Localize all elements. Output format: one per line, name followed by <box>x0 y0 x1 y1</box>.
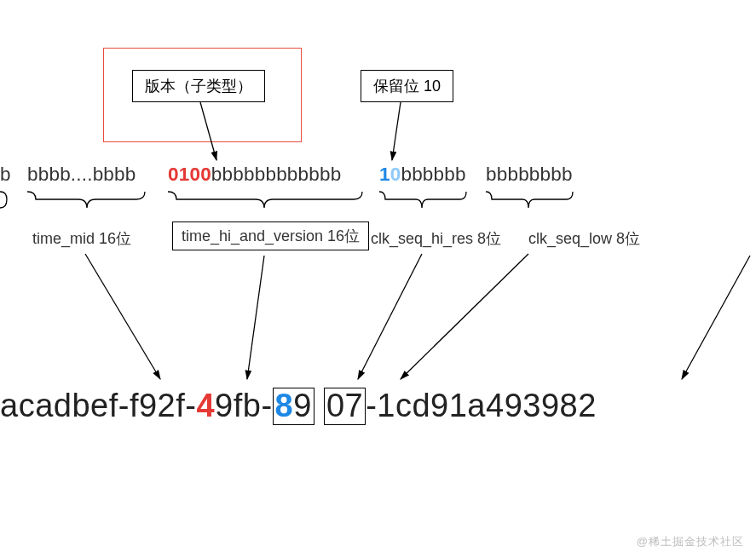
callout-version-label: 版本（子类型） <box>132 70 265 102</box>
uuid-clk-low-box: 07 <box>324 388 366 425</box>
field-clk-seq-hi-res: clk_seq_hi_res 8位 <box>371 228 501 249</box>
uuid-node: 1cd91a493982 <box>377 388 596 423</box>
bits-seg0: b <box>0 164 11 185</box>
watermark: @稀土掘金技术社区 <box>637 534 744 549</box>
field-time-hi-version: time_hi_and_version 16位 <box>172 221 369 250</box>
callout-reserved-label: 保留位 10 <box>361 70 453 102</box>
svg-line-4 <box>358 254 422 379</box>
uuid-output: acadbef-f92f-49fb-89 07-1cd91a493982 <box>0 388 597 425</box>
svg-line-1 <box>392 102 401 160</box>
uuid-8: 8 <box>275 388 294 423</box>
uuid-p0: acadbef-f92f- <box>0 388 196 423</box>
bits-hiver-prefix: 0100 <box>168 164 211 185</box>
uuid-clk-hi-box: 89 <box>273 388 315 425</box>
bits-clkhi-suffix: bbbbbb <box>401 164 465 185</box>
field-clk-seq-low: clk_seq_low 8位 <box>528 228 640 249</box>
bits-seg-clk-hi: 10bbbbbb <box>379 164 466 186</box>
bits-seg-clk-low: bbbbbbbb <box>486 164 573 186</box>
uuid-p1-rest: 9fb- <box>215 388 272 423</box>
uuid-gap <box>315 388 324 423</box>
field-time-mid: time_mid 16位 <box>32 228 131 249</box>
uuid-version-digit: 4 <box>196 388 215 423</box>
bits-clkhi-0: 0 <box>390 164 401 185</box>
bits-clkhi-1: 1 <box>379 164 390 185</box>
bits-seg-hi-version: 0100bbbbbbbbbbbb <box>168 164 341 186</box>
svg-line-6 <box>682 256 750 379</box>
uuid-dash: - <box>366 388 377 423</box>
bits-hiver-suffix: bbbbbbbbbbbb <box>211 164 342 185</box>
svg-line-5 <box>401 254 528 379</box>
svg-line-2 <box>85 254 160 379</box>
uuid-9: 9 <box>293 388 312 423</box>
bits-seg-time-mid: bbbb....bbbb <box>27 164 136 186</box>
svg-line-3 <box>247 256 264 379</box>
bits-seg-leading-b: b <box>0 164 11 186</box>
